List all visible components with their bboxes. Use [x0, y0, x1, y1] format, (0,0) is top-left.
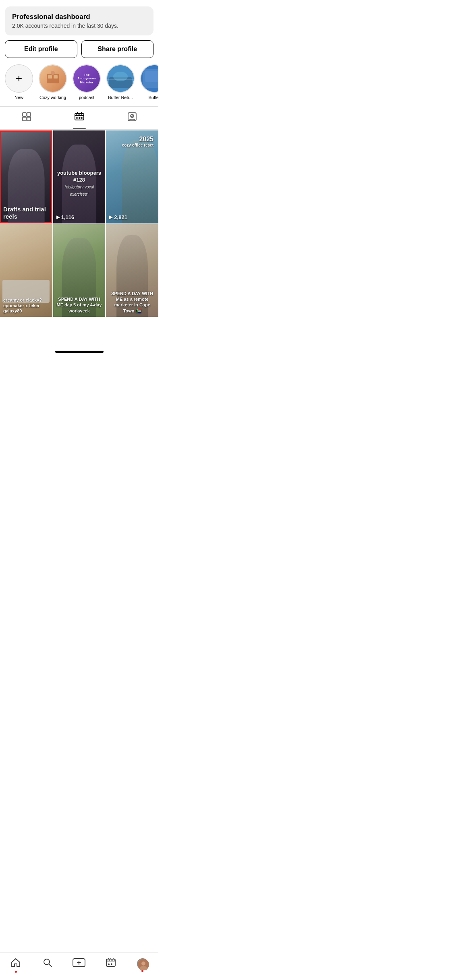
- profile-buttons: Edit profile Share profile: [5, 40, 153, 58]
- play-icon: ▶: [56, 215, 60, 220]
- svg-point-17: [76, 117, 78, 119]
- grid-icon: [22, 112, 31, 124]
- tab-grid[interactable]: [0, 107, 53, 129]
- stories-row: + New Cozy working TheAnonymousMarketer …: [0, 64, 158, 106]
- vocal-text: *obligatory vocal exercises*: [57, 183, 101, 197]
- story-label-buffer1: Buffer Retr...: [108, 95, 133, 100]
- grid-item-cozy-reset[interactable]: 2025 cozy office reset ▶ 2,821: [106, 130, 158, 223]
- svg-rect-12: [23, 113, 26, 116]
- story-item-cozy[interactable]: Cozy working: [39, 64, 67, 100]
- tab-reels[interactable]: [53, 107, 106, 129]
- story-label-buffer2: Buffer: [148, 95, 158, 100]
- dashboard-subtitle: 2.0K accounts reached in the last 30 day…: [12, 23, 146, 29]
- nav-spacer: [0, 317, 158, 349]
- cozy-reset-overlay: ▶ 2,821: [106, 130, 158, 223]
- play-icon-2: ▶: [109, 215, 112, 220]
- tagged-icon: [127, 112, 137, 124]
- story-img-cozy: [39, 65, 66, 92]
- svg-point-6: [113, 72, 128, 81]
- story-circle-new: +: [5, 64, 33, 93]
- edit-profile-button[interactable]: Edit profile: [5, 40, 77, 58]
- story-item-buffer2[interactable]: Buffer: [140, 64, 158, 100]
- story-item-new[interactable]: + New: [5, 64, 33, 100]
- story-circle-cozy: [39, 64, 67, 93]
- grid-item-cape-town[interactable]: SPEND A DAY WITH ME as a remote marketer…: [106, 224, 158, 317]
- svg-rect-13: [27, 113, 31, 116]
- grid-item-workweek[interactable]: SPEND A DAY WITH ME day 5 of my 4-day wo…: [53, 224, 106, 317]
- svg-rect-15: [27, 117, 31, 121]
- story-label-new: New: [15, 95, 23, 100]
- grid-item-bloopers[interactable]: youtube bloopers #128 ▶ 1,116 *obligator…: [53, 130, 106, 223]
- svg-rect-1: [48, 75, 52, 79]
- svg-rect-16: [75, 114, 84, 120]
- home-indicator: [55, 351, 104, 353]
- reels-icon: [74, 112, 85, 124]
- story-img-buffer2: [141, 65, 158, 92]
- tab-tagged[interactable]: [106, 107, 158, 129]
- grid-container: Drafts and trial reels youtube bloopers …: [0, 130, 158, 317]
- story-circle-buffer1: [106, 64, 135, 93]
- cape-town-text: SPEND A DAY WITH ME as a remote marketer…: [109, 291, 155, 314]
- cozy-views: ▶ 2,821: [109, 214, 155, 220]
- dashboard-title: Professional dashboard: [12, 13, 146, 21]
- svg-rect-10: [145, 71, 158, 82]
- story-item-buffer1[interactable]: Buffer Retr...: [106, 64, 135, 100]
- svg-point-3: [51, 71, 55, 75]
- svg-point-19: [81, 117, 83, 119]
- svg-rect-2: [54, 75, 58, 79]
- grid-item-draft[interactable]: Drafts and trial reels: [0, 130, 52, 223]
- story-label-cozy: Cozy working: [39, 95, 66, 100]
- story-circle-buffer2: [140, 64, 158, 93]
- grid-item-keyboard[interactable]: creamy or clacky? epomaker x feker galax…: [0, 224, 52, 317]
- vocal-label: *obligatory vocal exercises*: [64, 185, 94, 196]
- bloopers-views: ▶ 1,116: [56, 214, 102, 220]
- story-circle-podcast: TheAnonymousMarketer: [73, 64, 101, 93]
- cozy-view-count: 2,821: [114, 214, 127, 220]
- svg-rect-14: [23, 117, 26, 121]
- workweek-text: SPEND A DAY WITH ME day 5 of my 4-day wo…: [56, 296, 102, 314]
- share-profile-button[interactable]: Share profile: [81, 40, 154, 58]
- keyboard-label: creamy or clacky? epomaker x feker galax…: [3, 298, 49, 314]
- story-item-podcast[interactable]: TheAnonymousMarketer podcast: [73, 64, 101, 100]
- bloopers-overlay: ▶ 1,116: [53, 130, 106, 223]
- svg-marker-20: [80, 117, 81, 119]
- professional-dashboard[interactable]: Professional dashboard 2.0K accounts rea…: [5, 6, 153, 35]
- view-count-text: 1,116: [61, 214, 75, 220]
- draft-label: Drafts and trial reels: [3, 206, 49, 220]
- plus-icon: +: [16, 72, 22, 85]
- story-img-buffer1: [107, 65, 134, 92]
- story-label-podcast: podcast: [79, 95, 95, 100]
- tabs-row: [0, 106, 158, 130]
- draft-overlay: Drafts and trial reels: [0, 130, 52, 223]
- keyboard-overlay: creamy or clacky? epomaker x feker galax…: [0, 224, 52, 317]
- story-img-podcast: TheAnonymousMarketer: [73, 65, 100, 92]
